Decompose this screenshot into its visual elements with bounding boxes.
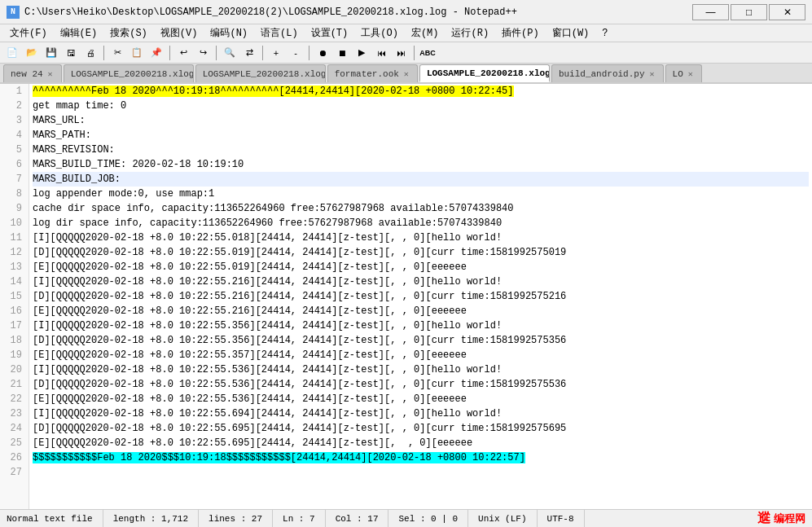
tab-6[interactable]: LO✕ <box>665 64 702 82</box>
undo-button[interactable]: ↩ <box>174 44 192 62</box>
macro-next-button[interactable]: ⏭ <box>392 44 410 62</box>
code-line-12: [D][QQQQQ2020-02-18 +8.0 10:22:55.019][2… <box>33 245 809 260</box>
code-line-20: [I][QQQQQ2020-02-18 +8.0 10:22:55.536][2… <box>33 362 809 377</box>
tab-close-5[interactable]: ✕ <box>648 69 656 79</box>
line-num-10: 10 <box>7 216 22 231</box>
tab-label-0: new 24 <box>11 69 43 79</box>
open-button[interactable]: 📂 <box>23 44 41 62</box>
lines-label: lines : 27 <box>208 514 262 524</box>
toolbar-separator-3 <box>216 46 217 60</box>
code-text-2: get mmap time: 0 <box>33 99 126 113</box>
code-text-19: [E][QQQQQ2020-02-18 +8.0 10:22:55.357][2… <box>33 348 467 362</box>
tab-1[interactable]: LOGSAMPLE_20200218.xlog.log✕ <box>64 64 194 82</box>
code-line-16: [E][QQQQQ2020-02-18 +8.0 10:22:55.216][2… <box>33 304 809 318</box>
line-num-23: 23 <box>7 406 22 421</box>
redo-button[interactable]: ↪ <box>194 44 212 62</box>
toolbar-separator-5 <box>309 46 309 60</box>
new-button[interactable]: 📄 <box>3 44 21 62</box>
code-text-13: [E][QQQQQ2020-02-18 +8.0 10:22:55.019][2… <box>33 260 467 274</box>
line-num-26: 26 <box>7 450 22 465</box>
menu-item-n[interactable]: 编码(N) <box>204 24 254 42</box>
tab-label-3: formater.ook <box>335 69 399 79</box>
tab-4[interactable]: LOGSAMPLE_20200218.xlog.log✕ <box>419 64 550 82</box>
code-line-22: [E][QQQQQ2020-02-18 +8.0 10:22:55.536][2… <box>33 392 809 406</box>
code-line-27 <box>33 465 809 480</box>
tab-label-1: LOGSAMPLE_20200218.xlog.log <box>71 69 194 79</box>
zoom-out-button[interactable]: - <box>287 44 305 62</box>
line-num-7: 7 <box>7 172 22 187</box>
code-line-9: cache dir space info, capacity:113652264… <box>33 201 809 216</box>
code-line-10: log dir space info, capacity:11365226496… <box>33 216 809 231</box>
tab-3[interactable]: formater.ook✕ <box>327 64 418 82</box>
menu-item-w[interactable]: 窗口(W) <box>546 24 596 42</box>
line-num-14: 14 <box>7 274 22 289</box>
minimize-button[interactable]: — <box>692 4 729 20</box>
copy-button[interactable]: 📋 <box>128 44 146 62</box>
eol-segment: Unix (LF) <box>468 510 537 527</box>
menu-item-l[interactable]: 语言(L) <box>254 24 305 42</box>
tab-0[interactable]: new 24✕ <box>3 64 62 82</box>
save-all-button[interactable]: 🖫 <box>62 44 80 62</box>
code-line-26: $$$$$$$$$$$Feb 18 2020$$$10:19:18$$$$$$$… <box>33 450 809 465</box>
toolbar-separator-1 <box>103 46 104 60</box>
code-text-17: [I][QQQQQ2020-02-18 +8.0 10:22:55.356][2… <box>33 318 502 333</box>
encoding-label: UTF-8 <box>547 514 574 524</box>
tab-close-0[interactable]: ✕ <box>46 69 55 79</box>
code-text-23: [I][QQQQQ2020-02-18 +8.0 10:22:55.694][2… <box>33 406 502 421</box>
paste-button[interactable]: 📌 <box>147 44 165 62</box>
tab-5[interactable]: build_android.py✕ <box>551 64 664 82</box>
tab-close-6[interactable]: ✕ <box>687 69 695 79</box>
toolbar-separator-6 <box>414 46 415 60</box>
line-num-21: 21 <box>7 377 22 392</box>
macro-play-button[interactable]: ▶ <box>353 44 371 62</box>
code-text-26: $$$$$$$$$$$Feb 18 2020$$$10:19:18$$$$$$$… <box>33 450 525 465</box>
ln-label: Ln : 7 <box>283 514 315 524</box>
line-num-25: 25 <box>7 436 22 450</box>
menu-item-e[interactable]: 编辑(E) <box>54 24 104 42</box>
code-line-2: get mmap time: 0 <box>33 99 809 113</box>
line-num-6: 6 <box>7 157 22 172</box>
line-num-9: 9 <box>7 201 22 216</box>
cut-button[interactable]: ✂ <box>108 44 126 62</box>
code-line-1: ^^^^^^^^^^Feb 18 2020^^^10:19:18^^^^^^^^… <box>33 84 809 99</box>
maximize-button[interactable]: □ <box>731 4 767 20</box>
tab-close-3[interactable]: ✕ <box>402 69 410 79</box>
menu-item-m[interactable]: 宏(M) <box>405 24 446 42</box>
col-label: Col : 17 <box>336 514 379 524</box>
print-button[interactable]: 🖨 <box>81 44 99 62</box>
menu-item-v[interactable]: 视图(V) <box>154 24 204 42</box>
close-button[interactable]: ✕ <box>769 4 805 20</box>
save-button[interactable]: 💾 <box>42 44 60 62</box>
sel-label: Sel : 0 | 0 <box>398 514 458 524</box>
menu-item-s[interactable]: 搜索(S) <box>103 24 154 42</box>
menu-item-[interactable]: ? <box>595 26 614 41</box>
line-num-3: 3 <box>7 113 22 128</box>
menu-item-f[interactable]: 文件(F) <box>3 24 54 42</box>
window-controls[interactable]: — □ ✕ <box>692 4 805 20</box>
code-line-13: [E][QQQQQ2020-02-18 +8.0 10:22:55.019][2… <box>33 260 809 274</box>
zoom-in-button[interactable]: + <box>267 44 285 62</box>
tab-label-2: LOGSAMPLE_20200218.xlog.log <box>203 69 326 79</box>
file-type-label: Normal text file <box>7 514 93 524</box>
menu-item-t[interactable]: 设置(T) <box>305 24 355 42</box>
tabs-bar: new 24✕LOGSAMPLE_20200218.xlog.log✕LOGSA… <box>0 64 812 84</box>
find-replace-button[interactable]: ⇄ <box>240 44 258 62</box>
tab-2[interactable]: LOGSAMPLE_20200218.xlog.log✕ <box>195 64 326 82</box>
macro-record-button[interactable]: ⏺ <box>314 44 331 62</box>
menu-item-o[interactable]: 工具(O) <box>354 24 405 42</box>
macro-stop-button[interactable]: ⏹ <box>333 44 351 62</box>
find-button[interactable]: 🔍 <box>221 44 239 62</box>
code-line-17: [I][QQQQQ2020-02-18 +8.0 10:22:55.356][2… <box>33 318 809 333</box>
window-title: C:\Users\Heiko\Desktop\LOGSAMPLE_2020021… <box>24 7 517 18</box>
menu-item-r[interactable]: 运行(R) <box>445 24 495 42</box>
code-text-15: [D][QQQQQ2020-02-18 +8.0 10:22:55.216][2… <box>33 289 566 304</box>
code-area[interactable]: ^^^^^^^^^^Feb 18 2020^^^10:19:18^^^^^^^^… <box>29 84 812 509</box>
menu-item-p[interactable]: 插件(P) <box>495 24 546 42</box>
code-text-11: [I][QQQQQ2020-02-18 +8.0 10:22:55.018][2… <box>33 231 502 245</box>
spellcheck-button[interactable]: ABC <box>419 44 437 62</box>
line-num-8: 8 <box>7 187 22 201</box>
line-num-20: 20 <box>7 362 22 377</box>
toolbar-separator-2 <box>169 46 170 60</box>
code-text-16: [E][QQQQQ2020-02-18 +8.0 10:22:55.216][2… <box>33 304 467 318</box>
macro-prev-button[interactable]: ⏮ <box>372 44 390 62</box>
